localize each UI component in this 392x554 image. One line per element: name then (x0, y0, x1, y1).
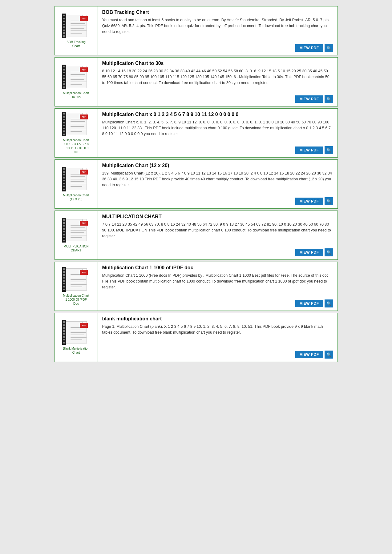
card-title-multiplication-chart-12x20: Multiplication Chart (12 x 20) (102, 163, 333, 168)
view-pdf-button-multiplication-chart-12x20[interactable]: VIEW PDF (295, 198, 323, 205)
view-pdf-button-multiplication-chart-30s[interactable]: VIEW PDF (295, 95, 323, 103)
film-hole (63, 283, 65, 284)
search-button-multiplication-chart[interactable]: 🔍 (325, 248, 333, 256)
card-desc-bob-tracking: You must read and test on at least 5 boo… (102, 17, 333, 41)
film-hole (63, 21, 65, 22)
search-button-multiplication-chart-12x20[interactable]: 🔍 (325, 197, 333, 205)
search-button-multiplication-chart-30s[interactable]: 🔍 (325, 95, 333, 103)
card-footer-blank-multiplication-chart: VIEW PDF 🔍 (102, 351, 333, 359)
film-hole (63, 289, 65, 290)
card-right-multiplication-chart-x: Multiplication Chart x 0 1 2 3 4 5 6 7 8… (98, 109, 337, 157)
film-strip-multiplication-chart (62, 218, 66, 243)
card-multiplication-chart-30s: PDF Multiplication Chart To 30s Multipli… (55, 57, 338, 106)
card-label-bob-tracking: BOB Tracking Chart (67, 40, 86, 48)
search-icon-multiplication-chart: 🔍 (326, 250, 331, 255)
card-left-multiplication-chart-1000: PDF Multiplication Chart 1 1000 Of /PDF … (55, 262, 98, 311)
card-right-multiplication-chart-12x20: Multiplication Chart (12 x 20) 139. Mult… (98, 160, 337, 208)
film-hole (63, 81, 65, 82)
view-pdf-button-blank-multiplication-chart[interactable]: VIEW PDF (295, 351, 323, 358)
film-hole (63, 122, 65, 123)
film-hole (63, 26, 65, 28)
search-icon-multiplication-chart-x: 🔍 (326, 148, 331, 153)
card-desc-multiplication-chart-x: Multiplication Chart x. 0. 1. 2. 3. 4. 5… (102, 119, 333, 143)
view-pdf-button-bob-tracking[interactable]: VIEW PDF (295, 44, 323, 52)
card-right-blank-multiplication-chart: blank multiplication chart Page 1. Multi… (98, 313, 337, 362)
film-hole (63, 69, 65, 70)
card-label-multiplication-chart-x: Multiplication Chart X 0 1 2 3 4 5 6 7 8… (63, 138, 89, 154)
film-hole (63, 342, 65, 343)
search-icon-bob-tracking: 🔍 (326, 46, 331, 50)
film-strip-multiplication-chart-12x20 (62, 167, 66, 191)
card-blank-multiplication-chart: PDF Blank Multiplication Chart blank mul… (55, 313, 338, 362)
card-label-multiplication-chart-30s: Multiplication Chart To 30s (63, 91, 89, 99)
film-hole (63, 271, 65, 273)
thumbnail-multiplication-chart-30s: PDF (62, 65, 90, 89)
thumbnail-multiplication-chart: PDF (62, 218, 90, 243)
card-footer-multiplication-chart-1000: VIEW PDF 🔍 (102, 299, 333, 307)
card-desc-multiplication-chart-1000: Multiplication Chart 1 1000 (Free docs I… (102, 273, 333, 296)
card-right-multiplication-chart-1000: Multiplication Chart 1 1000 of /PDF doc … (98, 262, 337, 311)
film-hole (63, 222, 65, 224)
film-strip-multiplication-chart-1000 (62, 267, 66, 292)
card-multiplication-chart: PDF MULTIPLICATION CHART MULTIPLICATION … (55, 211, 338, 260)
card-left-multiplication-chart-30s: PDF Multiplication Chart To 30s (55, 58, 98, 106)
view-pdf-button-multiplication-chart-x[interactable]: VIEW PDF (295, 147, 323, 154)
film-hole (63, 189, 65, 190)
film-hole (63, 240, 65, 241)
film-hole (63, 72, 65, 73)
film-strip-blank-multiplication-chart (62, 320, 66, 345)
film-hole (63, 225, 65, 227)
card-label-blank-multiplication-chart: Blank Multiplication Chart (63, 347, 89, 355)
film-hole (63, 219, 65, 221)
film-hole (63, 30, 65, 31)
card-multiplication-chart-1000: PDF Multiplication Chart 1 1000 Of /PDF … (55, 262, 338, 311)
film-hole (63, 128, 65, 129)
card-left-multiplication-chart: PDF MULTIPLICATION CHART (55, 211, 98, 259)
red-banner: PDF (80, 67, 88, 72)
card-left-multiplication-chart-12x20: PDF Multiplication Chart (12 X 20) (55, 160, 98, 208)
card-footer-multiplication-chart-x: VIEW PDF 🔍 (102, 146, 333, 154)
film-strip-bob-tracking (62, 14, 66, 38)
thumbnail-bob-tracking: PDF (62, 14, 90, 38)
film-hole (63, 234, 65, 235)
film-hole (63, 35, 65, 37)
view-pdf-button-multiplication-chart-1000[interactable]: VIEW PDF (295, 300, 323, 307)
film-hole (63, 86, 65, 88)
red-banner: PDF (80, 270, 88, 275)
film-hole (63, 277, 65, 279)
film-strip-multiplication-chart-x (62, 112, 66, 136)
film-hole (63, 15, 65, 16)
search-button-multiplication-chart-x[interactable]: 🔍 (325, 146, 333, 154)
card-title-multiplication-chart: MULTIPLICATION CHART (102, 214, 333, 219)
thumbnail-multiplication-chart-x: PDF (62, 112, 90, 136)
card-left-multiplication-chart-x: PDF Multiplication Chart X 0 1 2 3 4 5 6… (55, 109, 98, 157)
film-hole (63, 174, 65, 175)
search-button-bob-tracking[interactable]: 🔍 (325, 44, 333, 52)
card-desc-multiplication-chart-30s: 8 10 12 14 16 18 20 22 24 26 28 30 32 34… (102, 68, 333, 92)
search-icon-multiplication-chart-30s: 🔍 (326, 97, 331, 102)
card-bob-tracking: PDF BOB Tracking Chart BOB Tracking Char… (55, 6, 338, 55)
film-hole (63, 186, 65, 187)
card-footer-multiplication-chart-12x20: VIEW PDF 🔍 (102, 197, 333, 205)
search-icon-multiplication-chart-12x20: 🔍 (326, 199, 331, 204)
red-banner: PDF (80, 114, 88, 119)
film-hole (63, 237, 65, 238)
view-pdf-button-multiplication-chart[interactable]: VIEW PDF (295, 249, 323, 256)
card-left-bob-tracking: PDF BOB Tracking Chart (55, 6, 98, 55)
film-hole (63, 32, 65, 34)
film-hole (63, 78, 65, 79)
film-hole (63, 228, 65, 230)
card-multiplication-chart-12x20: PDF Multiplication Chart (12 X 20) Multi… (55, 159, 338, 209)
search-button-multiplication-chart-1000[interactable]: 🔍 (325, 299, 333, 307)
film-hole (63, 280, 65, 282)
card-title-multiplication-chart-1000: Multiplication Chart 1 1000 of /PDF doc (102, 265, 333, 271)
search-button-blank-multiplication-chart[interactable]: 🔍 (325, 351, 333, 359)
film-hole (63, 336, 65, 338)
film-hole (63, 125, 65, 126)
card-right-multiplication-chart: MULTIPLICATION CHART 7 0 7 14 21 28 35 4… (98, 211, 337, 259)
card-right-bob-tracking: BOB Tracking Chart You must read and tes… (98, 6, 337, 55)
card-footer-multiplication-chart-30s: VIEW PDF 🔍 (102, 95, 333, 103)
card-title-multiplication-chart-30s: Multiplication Chart to 30s (102, 61, 333, 66)
red-banner: PDF (80, 323, 88, 328)
film-hole (63, 24, 65, 25)
